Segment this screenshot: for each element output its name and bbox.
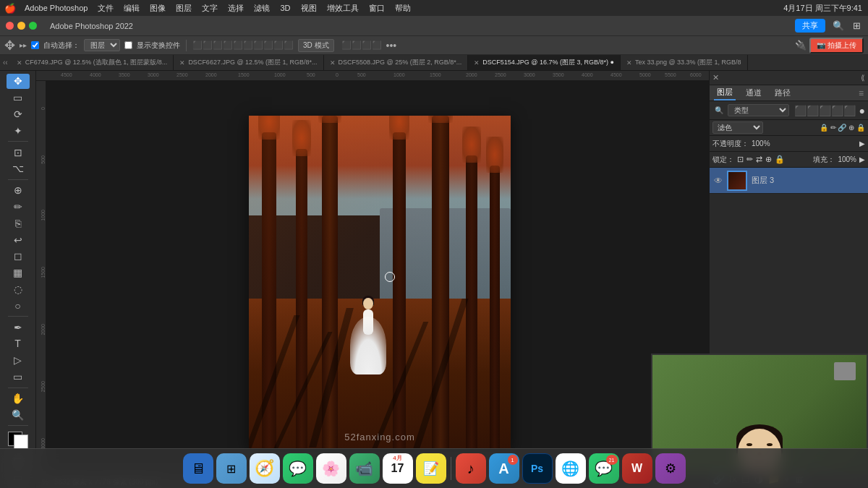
tab-0[interactable]: ✕ CF6749.JPG @ 12.5% (选取颜色 1, 图层蒙版/8... [11, 55, 174, 71]
upload-button[interactable]: 📷 拍摄上传 [809, 38, 864, 53]
channels-tab[interactable]: 通道 [743, 86, 765, 100]
lasso-tool[interactable]: ⟳ [7, 107, 30, 122]
select-menu[interactable]: 选择 [224, 2, 248, 14]
type-tool[interactable]: T [7, 336, 30, 351]
dock-photoshop[interactable]: Ps [522, 453, 553, 484]
dock-finder[interactable]: 🖥 [183, 453, 213, 484]
filter-menu[interactable]: 滤镜 [250, 2, 274, 14]
photo-canvas[interactable]: 52fanxing.com [249, 116, 511, 448]
tab-4[interactable]: ✕ Tex 33.png @ 33.3% (图层 1, RGB/8 [621, 55, 748, 71]
more-options-button[interactable]: ••• [386, 40, 397, 51]
layers-tab[interactable]: 图层 [714, 85, 736, 100]
healing-tool[interactable]: ⊕ [7, 183, 30, 198]
path-select-tool[interactable]: ▷ [7, 353, 30, 368]
dock-notes[interactable]: 📝 [416, 453, 446, 484]
image-menu[interactable]: 图像 [145, 2, 170, 14]
file-menu[interactable]: 文件 [93, 2, 118, 14]
left-eye [746, 443, 752, 446]
background-color[interactable] [14, 435, 28, 449]
edit-menu[interactable]: 编辑 [119, 2, 144, 14]
history-brush[interactable]: ↩ [7, 232, 30, 247]
lock-icon-5[interactable]: 🔒 [775, 155, 785, 164]
canvas-wrapper[interactable]: 0 500 1000 1500 2000 2500 3000 [36, 81, 709, 475]
3d-menu[interactable]: 3D [276, 3, 294, 13]
pen-tool[interactable]: ✒ [7, 320, 30, 335]
dock-extra[interactable]: ⚙ [655, 453, 686, 484]
view-menu[interactable]: 视图 [297, 2, 321, 14]
tab-nav-left[interactable]: ‹‹ [0, 59, 11, 67]
color-swatches[interactable] [8, 432, 28, 449]
dock-calendar[interactable]: 4月 17 [383, 453, 413, 484]
opacity-value[interactable]: 100% [752, 140, 770, 147]
layer-filter-select[interactable]: 类型 名称 效果 [728, 104, 789, 116]
hand-tool[interactable]: ✋ [7, 390, 30, 406]
3d-mode-button[interactable]: 3D 模式 [298, 39, 334, 52]
dock-appstore[interactable]: A 1 [489, 453, 519, 484]
lock-icon-2[interactable]: ✏ [746, 155, 753, 164]
tab-close-1[interactable]: ✕ [179, 59, 185, 67]
blur-tool[interactable]: ◌ [7, 282, 30, 297]
dock-facetime[interactable]: 📹 [349, 453, 380, 484]
dock-messages[interactable]: 💬 [283, 453, 313, 484]
tab-3[interactable]: ✕ DSCF5154.JPG @ 16.7% (图层 3, RGB/8*) ● [468, 55, 621, 71]
app-name-menu[interactable]: Adobe Photoshop [20, 3, 92, 13]
move-tool-icon[interactable]: ✥ [4, 38, 15, 53]
dock-launchpad[interactable]: ⊞ [216, 453, 247, 484]
panel-expand-icon[interactable]: ⟪ [861, 74, 865, 82]
dock-chrome[interactable]: 🌐 [556, 453, 586, 484]
layer-visibility-0[interactable]: 👁 [714, 176, 723, 186]
auto-select-checkbox[interactable] [31, 41, 39, 49]
move-tool[interactable]: ✥ [7, 74, 30, 89]
dock-safari[interactable]: 🧭 [250, 453, 280, 484]
tab-close-2[interactable]: ✕ [330, 59, 336, 67]
tab-close-0[interactable]: ✕ [17, 59, 22, 67]
eyedropper-tool[interactable]: ⌥ [7, 161, 30, 176]
close-button[interactable] [6, 22, 14, 30]
shape-tool[interactable]: ▭ [7, 369, 30, 385]
plugins-menu[interactable]: 增效工具 [323, 2, 363, 14]
tab-1[interactable]: ✕ DSCF6627.JPG @ 12.5% (图层 1, RGB/8*... [174, 55, 323, 71]
show-transform-checkbox[interactable] [124, 41, 132, 49]
zoom-tool[interactable]: 🔍 [7, 407, 30, 422]
lock-icon-3[interactable]: ⇄ [756, 155, 762, 164]
dodge-tool[interactable]: ○ [7, 299, 30, 314]
lock-icon-1[interactable]: ⊡ [737, 155, 744, 164]
tab-close-4[interactable]: ✕ [626, 59, 632, 67]
maximize-button[interactable] [29, 22, 37, 30]
dock-wps[interactable]: W [622, 453, 652, 484]
crop-tool[interactable]: ⊡ [7, 145, 30, 160]
tab-2[interactable]: ✕ DSCF5508.JPG @ 25% (图层 2, RGB/8*... [324, 55, 469, 71]
share-button[interactable]: 共享 [795, 19, 825, 33]
type-menu[interactable]: 文字 [197, 2, 222, 14]
dock-photos[interactable]: 🌸 [316, 453, 346, 484]
magic-wand-tool[interactable]: ✦ [7, 123, 30, 138]
dock-music[interactable]: ♪ [456, 453, 486, 484]
ruler-num-15: 3000 [524, 72, 535, 77]
brush-tool[interactable]: ✏ [7, 200, 30, 215]
tab-close-3[interactable]: ✕ [474, 59, 480, 67]
clone-tool[interactable]: ⎘ [7, 215, 30, 231]
apple-menu[interactable]: 🍎 [4, 3, 16, 14]
help-menu[interactable]: 帮助 [391, 2, 415, 14]
blend-mode-select[interactable]: 滤色 正常 叠加 柔光 [712, 121, 763, 134]
horizontal-ruler: 4500 4000 3500 3000 2500 2000 1500 1000 … [36, 71, 709, 81]
ruler-num-10: 500 [357, 72, 366, 77]
layer-select-dropdown[interactable]: 图层 组 [84, 39, 120, 51]
dock-wechat[interactable]: 💬 21 [589, 453, 619, 484]
eraser-tool[interactable]: ◻ [7, 249, 30, 264]
window-menu[interactable]: 窗口 [365, 2, 389, 14]
paths-tab[interactable]: 路径 [772, 86, 793, 100]
arrange-icon[interactable]: ⊞ [851, 19, 862, 33]
layer-menu[interactable]: 图层 [171, 2, 196, 14]
lock-icon-4[interactable]: ⊕ [765, 155, 772, 164]
minimize-button[interactable] [17, 22, 25, 30]
filter-toggle[interactable]: ● [859, 105, 865, 116]
selection-tool[interactable]: ▭ [7, 90, 30, 106]
layer-item-0[interactable]: 👁 图层 3 [710, 168, 868, 194]
fill-value[interactable]: 100% [838, 155, 856, 163]
gradient-tool[interactable]: ▦ [7, 265, 30, 281]
ruler-num-5: 2000 [205, 72, 217, 77]
search-icon[interactable]: 🔍 [831, 19, 846, 33]
panel-menu-icon[interactable]: ≡ [859, 88, 864, 98]
panel-close-icon[interactable]: ✕ [712, 73, 719, 82]
